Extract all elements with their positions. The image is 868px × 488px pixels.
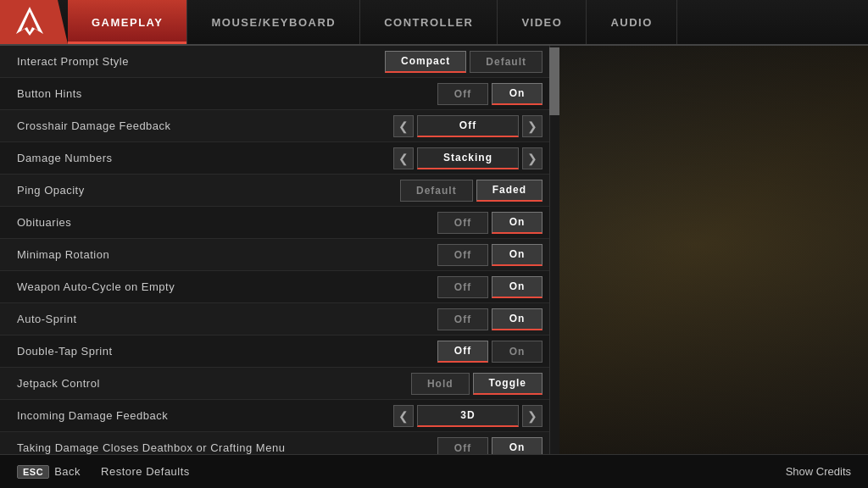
arrow-left-damage-numbers[interactable]: ❮ [393, 147, 414, 169]
arrow-left-crosshair-damage-feedback[interactable]: ❮ [393, 115, 414, 137]
setting-row-taking-damage-closes: Taking Damage Closes Deathbox or Craftin… [0, 432, 559, 454]
setting-controls-weapon-auto-cycle: OffOn [437, 276, 542, 298]
toggle-btn-ping-opacity-faded[interactable]: Faded [476, 180, 542, 202]
setting-label-damage-numbers: Damage Numbers [17, 152, 113, 164]
setting-label-weapon-auto-cycle: Weapon Auto-Cycle on Empty [17, 280, 175, 293]
bottom-bar: ESC Back Restore Defaults Show Credits [0, 454, 868, 488]
toggle-btn-weapon-auto-cycle-off[interactable]: Off [437, 276, 488, 298]
toggle-btn-button-hints-on[interactable]: On [492, 83, 542, 105]
setting-label-auto-sprint: Auto-Sprint [17, 313, 77, 325]
arrow-right-incoming-damage-feedback[interactable]: ❯ [522, 405, 542, 427]
toggle-btn-minimap-rotation-on[interactable]: On [492, 244, 542, 266]
setting-row-incoming-damage-feedback: Incoming Damage Feedback❮3D❯ [0, 400, 559, 432]
esc-key-badge: ESC [17, 465, 49, 479]
back-button[interactable]: ESC Back [17, 465, 81, 479]
setting-label-incoming-damage-feedback: Incoming Damage Feedback [17, 409, 168, 422]
setting-row-damage-numbers: Damage Numbers❮Stacking❯ [0, 142, 559, 175]
apex-logo-icon [13, 5, 47, 39]
tab-video[interactable]: VIDEO [498, 0, 587, 44]
tab-mouse-keyboard[interactable]: MOUSE/KEYBOARD [187, 0, 360, 44]
setting-row-double-tap-sprint: Double-Tap SprintOffOn [0, 336, 559, 368]
setting-row-obituaries: ObituariesOffOn [0, 207, 559, 239]
setting-controls-interact-prompt-style: CompactDefault [385, 51, 542, 73]
setting-controls-button-hints: OffOn [437, 83, 542, 105]
setting-controls-crosshair-damage-feedback: ❮Off❯ [393, 115, 542, 137]
setting-controls-incoming-damage-feedback: ❮3D❯ [393, 405, 542, 427]
scrollbar-track[interactable] [549, 46, 559, 454]
setting-controls-auto-sprint: OffOn [437, 308, 542, 330]
setting-row-weapon-auto-cycle: Weapon Auto-Cycle on EmptyOffOn [0, 271, 559, 303]
setting-row-interact-prompt-style: Interact Prompt StyleCompactDefault [0, 46, 559, 78]
toggle-btn-minimap-rotation-off[interactable]: Off [437, 244, 488, 266]
setting-row-crosshair-damage-feedback: Crosshair Damage Feedback❮Off❯ [0, 110, 559, 142]
setting-row-auto-sprint: Auto-SprintOffOn [0, 303, 559, 336]
setting-controls-double-tap-sprint: OffOn [437, 341, 542, 363]
toggle-btn-ping-opacity-default[interactable]: Default [400, 180, 473, 202]
toggle-btn-double-tap-sprint-on[interactable]: On [492, 341, 542, 363]
back-label: Back [54, 465, 81, 478]
setting-label-jetpack-control: Jetpack Control [17, 377, 100, 390]
setting-label-obituaries: Obituaries [17, 216, 71, 229]
tab-controller[interactable]: CONTROLLER [360, 0, 498, 44]
setting-row-jetpack-control: Jetpack ControlHoldToggle [0, 368, 559, 400]
right-panel [559, 46, 868, 454]
arrow-value-damage-numbers: Stacking [417, 147, 519, 169]
toggle-btn-auto-sprint-on[interactable]: On [492, 308, 542, 330]
setting-label-button-hints: Button Hints [17, 87, 82, 100]
toggle-btn-weapon-auto-cycle-on[interactable]: On [492, 276, 542, 298]
restore-defaults-label: Restore Defaults [101, 465, 190, 478]
toggle-btn-jetpack-control-hold[interactable]: Hold [411, 373, 470, 395]
arrow-right-damage-numbers[interactable]: ❯ [522, 147, 542, 169]
settings-panel: Interact Prompt StyleCompactDefaultButto… [0, 46, 559, 454]
arrow-left-incoming-damage-feedback[interactable]: ❮ [393, 405, 414, 427]
bottom-left: ESC Back Restore Defaults [17, 465, 190, 479]
toggle-btn-auto-sprint-off[interactable]: Off [437, 308, 488, 330]
setting-label-crosshair-damage-feedback: Crosshair Damage Feedback [17, 119, 171, 132]
setting-label-taking-damage-closes: Taking Damage Closes Deathbox or Craftin… [17, 441, 285, 454]
setting-row-minimap-rotation: Minimap RotationOffOn [0, 239, 559, 271]
toggle-btn-double-tap-sprint-off[interactable]: Off [437, 341, 488, 363]
setting-label-interact-prompt-style: Interact Prompt Style [17, 55, 129, 68]
toggle-btn-jetpack-control-toggle[interactable]: Toggle [473, 373, 542, 395]
arrow-value-crosshair-damage-feedback: Off [417, 115, 519, 137]
toggle-btn-obituaries-off[interactable]: Off [437, 212, 488, 234]
setting-label-minimap-rotation: Minimap Rotation [17, 248, 109, 261]
setting-controls-obituaries: OffOn [437, 212, 542, 234]
tab-audio[interactable]: AUDIO [587, 0, 676, 44]
nav-tabs: GAMEPLAY MOUSE/KEYBOARD CONTROLLER VIDEO… [68, 0, 868, 44]
toggle-btn-button-hints-off[interactable]: Off [437, 83, 488, 105]
toggle-btn-interact-prompt-style-compact[interactable]: Compact [385, 51, 466, 73]
toggle-btn-interact-prompt-style-default[interactable]: Default [470, 51, 542, 73]
scrollbar-thumb[interactable] [549, 47, 559, 115]
setting-controls-minimap-rotation: OffOn [437, 244, 542, 266]
tab-gameplay[interactable]: GAMEPLAY [68, 0, 187, 44]
restore-defaults-button[interactable]: Restore Defaults [101, 465, 190, 478]
setting-controls-ping-opacity: DefaultFaded [400, 180, 542, 202]
settings-list: Interact Prompt StyleCompactDefaultButto… [0, 46, 559, 454]
setting-controls-taking-damage-closes: OffOn [437, 437, 542, 455]
setting-controls-damage-numbers: ❮Stacking❯ [393, 147, 542, 169]
logo-area [0, 0, 68, 44]
toggle-btn-taking-damage-closes-off[interactable]: Off [437, 437, 488, 455]
setting-row-button-hints: Button HintsOffOn [0, 78, 559, 110]
setting-controls-jetpack-control: HoldToggle [411, 373, 542, 395]
arrow-right-crosshair-damage-feedback[interactable]: ❯ [522, 115, 542, 137]
show-credits-button[interactable]: Show Credits [786, 465, 851, 478]
top-navigation: GAMEPLAY MOUSE/KEYBOARD CONTROLLER VIDEO… [0, 0, 868, 46]
setting-label-ping-opacity: Ping Opacity [17, 184, 85, 197]
toggle-btn-taking-damage-closes-on[interactable]: On [492, 437, 542, 455]
setting-row-ping-opacity: Ping OpacityDefaultFaded [0, 175, 559, 207]
arrow-value-incoming-damage-feedback: 3D [417, 405, 519, 427]
main-content: Interact Prompt StyleCompactDefaultButto… [0, 46, 868, 454]
toggle-btn-obituaries-on[interactable]: On [492, 212, 542, 234]
setting-label-double-tap-sprint: Double-Tap Sprint [17, 345, 113, 358]
